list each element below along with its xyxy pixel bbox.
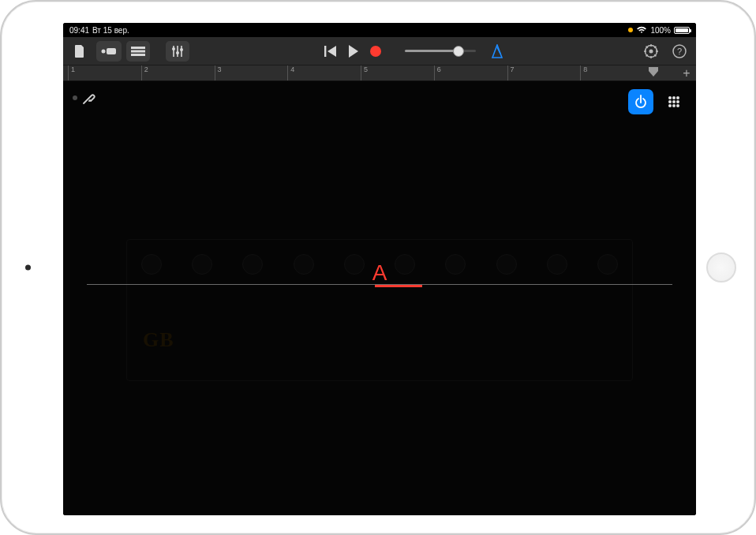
amp-controls-button[interactable] — [661, 89, 687, 114]
svg-point-0 — [102, 49, 106, 53]
svg-point-5 — [172, 47, 175, 51]
svg-point-6 — [176, 51, 179, 54]
amp-knob — [597, 254, 618, 275]
location-indicator-icon — [628, 28, 633, 32]
go-to-beginning-button[interactable] — [324, 46, 337, 57]
ruler-bar: 5 — [361, 65, 368, 80]
status-date: Вт 15 вер. — [92, 26, 129, 35]
home-button[interactable] — [706, 253, 736, 282]
amp-knob — [547, 254, 567, 275]
amp-knob — [141, 254, 162, 275]
wifi-icon — [636, 26, 647, 34]
ruler-bar: 8 — [580, 65, 587, 80]
svg-point-11 — [649, 49, 653, 53]
tuner-button[interactable] — [628, 89, 653, 114]
ruler-bar: 1 — [68, 65, 75, 80]
input-plug-icon[interactable] — [80, 89, 98, 107]
tracks-view-button[interactable] — [126, 41, 150, 62]
svg-point-24 — [676, 96, 679, 99]
svg-point-22 — [668, 96, 672, 99]
add-section-button[interactable]: + — [680, 67, 693, 80]
ipad-frame: 09:41 Вт 15 вер. 100% — [0, 0, 756, 535]
svg-point-30 — [676, 104, 679, 107]
amp-knob — [395, 254, 415, 275]
status-bar: 09:41 Вт 15 вер. 100% — [63, 23, 696, 37]
battery-icon — [674, 27, 690, 34]
record-button[interactable] — [370, 46, 381, 57]
svg-text:?: ? — [677, 47, 682, 56]
end-of-song-marker-icon[interactable] — [647, 65, 660, 78]
svg-rect-3 — [131, 50, 145, 52]
metronome-button[interactable] — [490, 44, 504, 58]
svg-rect-8 — [324, 46, 326, 57]
amp-knob — [445, 254, 466, 275]
tuner-display: A — [63, 284, 696, 285]
screen: 09:41 Вт 15 вер. 100% — [63, 23, 696, 515]
svg-rect-2 — [131, 47, 145, 49]
ruler-bar: 2 — [141, 65, 148, 80]
ruler-bar: 7 — [507, 65, 515, 80]
svg-rect-4 — [131, 54, 145, 56]
amp-knob — [344, 254, 365, 275]
svg-point-29 — [672, 104, 676, 107]
svg-point-26 — [672, 100, 676, 103]
amp-knob — [192, 254, 212, 275]
input-level-indicator-icon — [73, 95, 77, 100]
track-controls-button[interactable] — [166, 41, 189, 62]
svg-point-28 — [668, 104, 672, 107]
my-songs-button[interactable] — [68, 41, 92, 62]
ruler-bar: 3 — [215, 65, 222, 80]
amp-knob — [496, 254, 517, 275]
timeline-ruler[interactable]: + 12345678 — [63, 65, 696, 81]
amp-knob — [294, 254, 314, 275]
battery-percent: 100% — [650, 26, 671, 35]
main-toolbar: ? — [63, 37, 696, 65]
tuner-indicator — [375, 285, 422, 287]
svg-point-27 — [676, 100, 679, 103]
sound-browser-button[interactable] — [96, 41, 122, 62]
svg-point-7 — [180, 48, 183, 51]
tuner-note: A — [372, 260, 387, 286]
ruler-bar: 4 — [287, 65, 294, 80]
status-time: 09:41 — [69, 26, 89, 35]
svg-point-23 — [672, 96, 676, 99]
amp-logo: GB — [143, 328, 174, 352]
transport-controls — [324, 45, 381, 58]
volume-thumb[interactable] — [453, 46, 464, 57]
svg-rect-1 — [107, 48, 116, 54]
play-button[interactable] — [348, 45, 359, 58]
ruler-bar: 6 — [434, 65, 441, 80]
amp-knob — [242, 254, 263, 275]
master-volume-slider[interactable] — [405, 50, 476, 52]
tuner-baseline — [87, 284, 672, 285]
svg-point-25 — [668, 100, 672, 103]
instrument-workspace: GB A — [63, 81, 696, 515]
settings-button[interactable] — [639, 41, 663, 62]
help-button[interactable]: ? — [668, 41, 691, 62]
front-camera — [25, 265, 31, 271]
